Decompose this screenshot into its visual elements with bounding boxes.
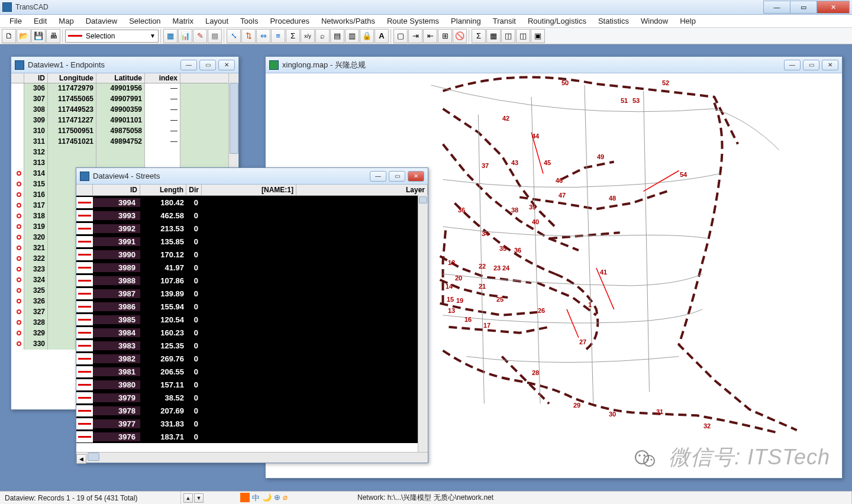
dataview1-titlebar[interactable]: Dataview1 - Endpoints — ▭ ✕ (11, 57, 238, 73)
table-row[interactable]: 398941.970 (76, 261, 428, 274)
tool-xy-icon[interactable]: x/y (301, 29, 315, 43)
menu-procedures[interactable]: Procedures (264, 15, 315, 27)
table-row[interactable]: 397938.520 (76, 391, 428, 404)
table-row[interactable]: 312 (11, 147, 238, 158)
tray-cn[interactable]: 中 (252, 493, 260, 503)
dv4-vscroll-thumb[interactable] (419, 196, 427, 203)
tool-edit-icon[interactable]: ✎ (193, 29, 207, 43)
scroll-left-icon[interactable]: ◀ (76, 454, 86, 464)
tool-m3-icon[interactable]: ▣ (531, 29, 545, 43)
table-row[interactable]: 3992213.530 (76, 222, 428, 235)
table-row[interactable]: 3980157.110 (76, 378, 428, 391)
table-row[interactable]: 3983125.350 (76, 339, 428, 352)
table-row[interactable]: 3988107.860 (76, 274, 428, 287)
table-row[interactable]: 3987139.890 (76, 287, 428, 300)
tool-chart-icon[interactable]: 📊 (178, 29, 192, 43)
tool-text-icon[interactable]: A (375, 29, 389, 43)
tool-calc-icon[interactable]: ≡ (271, 29, 285, 43)
dv1-maximize-button[interactable]: ▭ (199, 60, 216, 70)
menu-help[interactable]: Help (674, 15, 702, 27)
table-row[interactable]: 3993462.580 (76, 209, 428, 222)
menu-edit[interactable]: Edit (28, 15, 53, 27)
table-row[interactable]: 3978207.690 (76, 404, 428, 417)
table-row[interactable]: 3986155.940 (76, 300, 428, 313)
new-button[interactable]: 🗋 (2, 29, 16, 43)
map-maximize-button[interactable]: ▭ (803, 60, 819, 70)
save-button[interactable]: 💾 (31, 29, 46, 43)
dv4-body[interactable]: 3994180.4203993462.5803992213.5303991135… (76, 196, 428, 443)
tool-filter-icon[interactable]: ▤ (330, 29, 344, 43)
tool-box-icon[interactable]: ▢ (393, 29, 408, 43)
dataview4-titlebar[interactable]: Dataview4 - Streets — ▭ ✕ (76, 168, 428, 185)
table-row[interactable]: 3977331.830 (76, 417, 428, 430)
menu-file[interactable]: File (4, 15, 28, 27)
tool-lock-icon[interactable]: 🔒 (360, 29, 374, 43)
menu-window[interactable]: Window (635, 15, 674, 27)
table-row[interactable]: 30911747122749901101— (11, 115, 238, 126)
menu-routinglogistics[interactable]: Routing/Logistics (522, 15, 592, 27)
table-row[interactable]: 3994180.420 (76, 196, 428, 209)
table-row[interactable]: 3984160.230 (76, 326, 428, 339)
tray-rss-icon[interactable]: ⌀ (283, 493, 288, 503)
tool-table-icon[interactable]: ▦ (163, 29, 178, 43)
minimize-button[interactable]: — (763, 1, 790, 14)
close-button[interactable]: ✕ (816, 1, 850, 14)
tool-merge-icon[interactable]: ⊞ (438, 29, 452, 43)
map-minimize-button[interactable]: — (784, 60, 801, 70)
status-down-button[interactable]: ▼ (194, 493, 204, 503)
menu-selection[interactable]: Selection (123, 15, 166, 27)
dv1-close-button[interactable]: ✕ (218, 60, 235, 70)
menu-bar[interactable]: FileEditMapDataviewSelectionMatrixLayout… (0, 15, 852, 28)
dv4-header[interactable]: ID Length Dir [NAME:1] Layer (76, 185, 428, 196)
dv4-hscroll-thumb[interactable] (88, 453, 99, 461)
tool-arrow-in-icon[interactable]: ⇥ (408, 29, 422, 43)
tool-layers-icon[interactable]: ▥ (345, 29, 359, 43)
table-row[interactable]: 3985120.540 (76, 313, 428, 326)
print-button[interactable]: 🖶 (46, 29, 60, 43)
tray-icon-1[interactable] (240, 493, 250, 502)
dv4-hscrollbar[interactable]: ◀ (76, 452, 428, 463)
open-button[interactable]: 📂 (17, 29, 31, 43)
menu-planning[interactable]: Planning (445, 15, 487, 27)
dv4-minimize-button[interactable]: — (370, 171, 386, 182)
tray-globe-icon[interactable]: ⊕ (274, 493, 280, 503)
table-row[interactable]: 3991135.850 (76, 235, 428, 248)
status-up-button[interactable]: ▲ (183, 493, 193, 503)
dv4-maximize-button[interactable]: ▭ (389, 171, 405, 182)
menu-map[interactable]: Map (53, 15, 79, 27)
table-row[interactable]: 30611747297949901956— (11, 83, 238, 94)
menu-dataview[interactable]: Dataview (80, 15, 123, 27)
table-row[interactable]: 3976183.710 (76, 430, 428, 443)
map-close-button[interactable]: ✕ (822, 60, 838, 70)
map-titlebar[interactable]: xinglong.map - 兴隆总规 — ▭ ✕ (266, 57, 842, 73)
menu-transit[interactable]: Transit (487, 15, 522, 27)
dv1-minimize-button[interactable]: — (180, 60, 197, 70)
tool-arrow-out-icon[interactable]: ⇤ (423, 29, 437, 43)
table-row[interactable]: 31011750095149875058— (11, 126, 238, 137)
dv4-vscrollbar[interactable] (418, 195, 428, 452)
tool-m2-icon[interactable]: ◫ (516, 29, 530, 43)
tool-select-icon[interactable]: ⤡ (227, 29, 241, 43)
menu-routesystems[interactable]: Route Systems (381, 15, 445, 27)
tool-block-icon[interactable]: 🚫 (453, 29, 467, 43)
tool-m1-icon[interactable]: ◫ (501, 29, 515, 43)
menu-matrix[interactable]: Matrix (167, 15, 199, 27)
tray-moon-icon[interactable]: 🌙 (262, 493, 272, 503)
table-row[interactable]: 31111745102149894752— (11, 137, 238, 147)
menu-statistics[interactable]: Statistics (592, 15, 635, 27)
dv1-header[interactable]: ID Longitude Latitude index (11, 73, 238, 83)
tool-grid-icon[interactable]: ▩ (208, 29, 222, 43)
tool-query-icon[interactable]: ⌕ (315, 29, 330, 43)
maximize-button[interactable]: ▭ (790, 1, 817, 14)
tool-matrix-icon[interactable]: ▦ (486, 29, 501, 43)
menu-tools[interactable]: Tools (234, 15, 264, 27)
dv4-close-button[interactable]: ✕ (408, 171, 424, 182)
table-row[interactable]: 30811744952349900359— (11, 105, 238, 115)
menu-layout[interactable]: Layout (199, 15, 234, 27)
table-row[interactable]: 3981206.550 (76, 365, 428, 378)
dv1-scroll-thumb[interactable] (230, 83, 238, 154)
selection-combo[interactable]: Selection ▼ (65, 30, 159, 43)
tool-sort-icon[interactable]: ⇅ (241, 29, 256, 43)
dataview4-window[interactable]: Dataview4 - Streets — ▭ ✕ ID Length Dir … (76, 167, 428, 463)
table-row[interactable]: 3990170.120 (76, 248, 428, 261)
